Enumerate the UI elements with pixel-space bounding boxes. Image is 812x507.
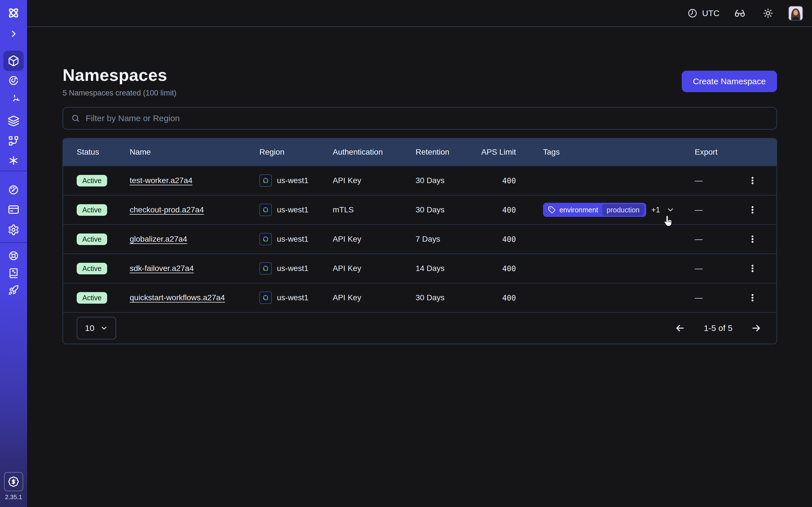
page-size-value: 10: [85, 323, 94, 333]
region-label: us-west1: [277, 205, 308, 214]
column-header-status: Status: [63, 148, 130, 157]
gcp-cloud-icon: [259, 262, 272, 275]
topbar: UTC: [27, 0, 812, 27]
row-menu-button[interactable]: [745, 203, 760, 217]
row-menu-button[interactable]: [745, 173, 760, 188]
sidebar-item-schedules[interactable]: [3, 91, 24, 111]
gcp-cloud-icon: [259, 291, 272, 304]
sidebar-item-namespaces[interactable]: [3, 51, 24, 71]
namespace-link[interactable]: checkout-prod.a27a4: [130, 205, 204, 214]
table-row: Active sdk-failover.a27a4 us-west1 API K…: [63, 253, 776, 283]
status-badge: Active: [77, 233, 107, 245]
clock-icon: [688, 8, 698, 18]
export-value: —: [695, 235, 728, 244]
chevron-down-icon[interactable]: [666, 206, 675, 214]
create-namespace-button[interactable]: Create Namespace: [682, 71, 777, 92]
timezone-label: UTC: [702, 8, 719, 18]
tag-value: production: [602, 204, 644, 216]
reader-mode-button[interactable]: [732, 5, 748, 21]
retention-label: 30 Days: [416, 205, 479, 214]
prev-page-button[interactable]: [673, 321, 687, 335]
column-header-aps-limit: APS Limit: [479, 148, 516, 157]
gear-icon: [8, 224, 19, 236]
table-row: Active test-worker.a27a4 us-west1 API Ke…: [63, 166, 776, 195]
sidebar-item-stacks[interactable]: [3, 111, 24, 131]
retention-label: 7 Days: [416, 235, 479, 244]
book-sparkles-icon: [8, 268, 19, 279]
status-badge: Active: [77, 204, 107, 216]
layers-icon: [8, 115, 19, 127]
auth-label: API Key: [333, 264, 416, 273]
kebab-menu-icon: [748, 234, 758, 244]
row-menu-button[interactable]: [745, 290, 760, 305]
tag-icon: [548, 206, 555, 214]
arrow-right-icon: [751, 323, 762, 334]
export-value: —: [695, 264, 728, 273]
mouse-cursor: [661, 215, 674, 228]
sidebar-item-settings[interactable]: [3, 220, 24, 240]
aps-limit-value: 400: [479, 264, 516, 273]
sidebar-divider: [0, 242, 27, 243]
sun-icon: [762, 8, 774, 19]
namespace-link[interactable]: test-worker.a27a4: [130, 176, 193, 185]
page-title: Namespaces: [63, 65, 176, 85]
aps-limit-value: 400: [479, 293, 516, 302]
auth-label: API Key: [333, 293, 416, 302]
status-badge: Active: [77, 292, 107, 304]
aps-limit-value: 400: [479, 206, 516, 214]
tag-pill[interactable]: environment production: [543, 203, 646, 217]
retention-label: 30 Days: [416, 293, 479, 302]
arrow-left-icon: [674, 323, 686, 334]
table-row: Active globalizer.a27a4 us-west1 API Key…: [63, 224, 776, 253]
filter-searchbar[interactable]: [63, 107, 777, 129]
row-menu-button[interactable]: [745, 232, 760, 246]
sidebar-item-usage[interactable]: [3, 180, 24, 200]
sidebar-item-nexus[interactable]: [3, 151, 24, 171]
lifebuoy-icon: [8, 250, 19, 261]
namespace-link[interactable]: globalizer.a27a4: [130, 235, 187, 243]
tags-more-count: +1: [651, 206, 660, 214]
column-header-authentication: Authentication: [333, 148, 416, 157]
asterisk-icon: [8, 155, 19, 166]
region-label: us-west1: [277, 293, 308, 302]
row-menu-button[interactable]: [745, 261, 760, 276]
retention-label: 14 Days: [416, 264, 479, 273]
status-badge: Active: [77, 263, 107, 274]
badge-dollar-icon: [8, 476, 19, 487]
search-icon: [71, 114, 80, 123]
namespace-link[interactable]: sdk-failover.a27a4: [130, 264, 194, 273]
gcp-cloud-icon: [259, 233, 272, 245]
credits-button[interactable]: [4, 472, 23, 491]
table-header-row: Status Name Region Authentication Retent…: [63, 138, 776, 166]
rocket-icon: [8, 285, 19, 295]
sidebar-item-support[interactable]: [4, 247, 22, 265]
auth-label: API Key: [333, 176, 416, 185]
search-input[interactable]: [86, 114, 769, 123]
retention-label: 30 Days: [416, 176, 479, 185]
tag-key: environment: [559, 206, 598, 214]
next-page-button[interactable]: [749, 321, 763, 335]
export-value: —: [695, 293, 728, 302]
page-size-select[interactable]: 10: [77, 317, 116, 339]
region-label: us-west1: [277, 235, 308, 244]
temporal-logo-icon[interactable]: [0, 0, 27, 26]
sidebar-item-billing[interactable]: [3, 200, 24, 220]
status-badge: Active: [77, 175, 107, 186]
kebab-menu-icon: [748, 263, 758, 274]
sidebar-item-monitoring[interactable]: [3, 70, 24, 91]
timezone-selector[interactable]: UTC: [688, 8, 719, 18]
column-header-region: Region: [259, 148, 333, 157]
sidebar-item-getting-started[interactable]: [4, 281, 22, 299]
region-label: us-west1: [277, 176, 308, 185]
column-header-export: Export: [695, 148, 728, 157]
theme-toggle-button[interactable]: [760, 5, 776, 21]
column-header-tags: Tags: [516, 148, 695, 157]
sidebar-item-docs[interactable]: [4, 264, 22, 282]
avatar[interactable]: [788, 6, 803, 20]
sidebar-divider: [0, 171, 27, 171]
namespace-link[interactable]: quickstart-workflows.a27a4: [130, 293, 225, 302]
sidebar-item-workflows[interactable]: [3, 131, 24, 151]
sidebar-collapse-button[interactable]: [7, 27, 20, 41]
app-root: 2.35.1 UTC Namespaces 5 Namespaces: [0, 0, 812, 507]
kebab-menu-icon: [748, 293, 758, 303]
